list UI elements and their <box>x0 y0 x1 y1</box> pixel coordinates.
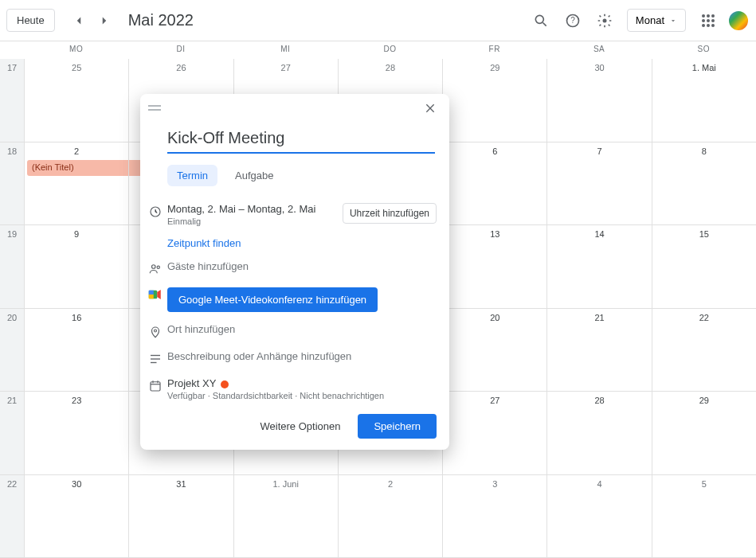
chevron-right-icon <box>97 14 112 28</box>
apps-grid-icon <box>702 14 715 27</box>
calendar-name[interactable]: Projekt XY <box>167 377 216 389</box>
day-cell[interactable]: 1. Mai <box>652 59 756 142</box>
description-input[interactable]: Beschreibung oder Anhänge hinzufügen <box>167 350 437 362</box>
add-meet-button[interactable]: Google Meet-Videokonferenz hinzufügen <box>167 287 378 312</box>
account-avatar[interactable] <box>727 10 750 32</box>
day-cell[interactable]: 1. Juni <box>233 475 338 558</box>
day-cell[interactable]: 22 <box>652 309 756 392</box>
day-cell[interactable]: 15 <box>652 225 756 308</box>
day-cell[interactable]: 31 <box>128 475 233 558</box>
day-cell[interactable]: 5 <box>652 475 756 558</box>
day-number: 13 <box>443 225 546 239</box>
location-icon <box>148 325 163 339</box>
day-cell[interactable]: 9 <box>24 225 128 308</box>
day-number: 2 <box>25 142 128 156</box>
clock-icon <box>148 205 163 219</box>
day-cell[interactable]: 30 <box>24 475 128 558</box>
day-cell[interactable]: 29 <box>652 392 756 474</box>
day-cell[interactable]: 29 <box>442 59 546 142</box>
today-button[interactable]: Heute <box>6 9 55 32</box>
day-cell[interactable]: 7 <box>546 142 651 225</box>
day-number: 29 <box>443 59 546 72</box>
day-cell[interactable]: 25 <box>24 59 128 142</box>
day-number: 28 <box>547 392 651 405</box>
week-number: 22 <box>0 475 24 558</box>
day-cell[interactable]: 23 <box>24 392 128 474</box>
view-selector[interactable]: Monat <box>627 9 686 32</box>
day-cell[interactable]: 20 <box>442 309 546 392</box>
gear-icon <box>597 13 613 29</box>
view-selector-label: Monat <box>636 14 664 26</box>
recurrence-label[interactable]: Einmalig <box>167 217 343 226</box>
day-cell[interactable]: 13 <box>442 225 546 308</box>
weekday-head: MI <box>233 41 338 59</box>
day-cell[interactable]: 6 <box>442 142 546 225</box>
day-cell[interactable]: 2 <box>338 475 442 558</box>
svg-point-9 <box>157 266 159 268</box>
svg-rect-17 <box>151 382 160 391</box>
day-number: 7 <box>547 142 651 156</box>
svg-point-13 <box>155 330 157 332</box>
day-number: 25 <box>25 59 128 72</box>
drag-handle[interactable] <box>148 104 161 112</box>
day-cell[interactable]: 27 <box>442 392 546 474</box>
week-number: 17 <box>0 59 24 142</box>
svg-point-8 <box>152 265 156 269</box>
close-icon <box>424 102 437 115</box>
location-input[interactable]: Ort hinzufügen <box>167 323 437 335</box>
meet-icon <box>148 289 163 300</box>
prev-period-button[interactable] <box>66 8 92 33</box>
tab-event[interactable]: Termin <box>167 165 217 186</box>
week-number: 19 <box>0 225 24 308</box>
more-options-button[interactable]: Weitere Optionen <box>253 414 349 439</box>
week-number: 21 <box>0 392 24 474</box>
guests-input[interactable]: Gäste hinzufügen <box>167 260 437 272</box>
day-number: 30 <box>547 59 651 72</box>
event-title-input[interactable] <box>167 126 435 154</box>
day-number: 30 <box>25 475 128 489</box>
weekday-head: DI <box>128 41 233 59</box>
save-button[interactable]: Speichern <box>358 414 437 439</box>
day-cell[interactable]: 4 <box>546 475 651 558</box>
day-cell[interactable]: 2(Kein Titel) <box>24 142 128 225</box>
weekday-head: DO <box>338 41 442 59</box>
day-number: 28 <box>339 59 442 72</box>
week-number: 20 <box>0 309 24 392</box>
day-cell[interactable]: 30 <box>546 59 651 142</box>
settings-button[interactable] <box>589 5 621 37</box>
day-number: 6 <box>443 142 546 156</box>
day-number: 31 <box>129 475 233 489</box>
tab-task[interactable]: Aufgabe <box>225 165 283 186</box>
weekday-head: SA <box>546 41 651 59</box>
day-cell[interactable]: 3 <box>442 475 546 558</box>
day-cell[interactable]: 8 <box>652 142 756 225</box>
search-button[interactable] <box>525 5 557 37</box>
next-period-button[interactable] <box>92 8 117 33</box>
day-number: 14 <box>547 225 651 239</box>
day-number: 1. Mai <box>652 59 756 72</box>
day-number: 27 <box>234 59 338 72</box>
close-button[interactable] <box>419 97 441 119</box>
day-number: 3 <box>443 475 546 489</box>
day-number: 26 <box>129 59 233 72</box>
day-cell[interactable]: 21 <box>546 309 651 392</box>
svg-rect-11 <box>149 291 154 295</box>
drag-handle-icon <box>148 104 161 112</box>
description-icon <box>148 352 163 366</box>
add-time-button[interactable]: Uhrzeit hinzufügen <box>343 203 437 224</box>
apps-button[interactable] <box>692 5 724 37</box>
app-header: Heute Mai 2022 ? Monat <box>0 0 756 41</box>
chevron-left-icon <box>72 14 86 28</box>
day-cell[interactable]: 28 <box>546 392 651 474</box>
calendar-color-dot <box>221 380 229 388</box>
svg-line-1 <box>543 22 546 25</box>
people-icon <box>148 262 163 276</box>
day-cell[interactable]: 16 <box>24 309 128 392</box>
event-date-range[interactable]: Montag, 2. Mai – Montag, 2. Mai <box>167 203 343 215</box>
day-number: 4 <box>547 475 651 489</box>
page-title: Mai 2022 <box>128 11 194 29</box>
day-cell[interactable]: 14 <box>546 225 651 308</box>
find-time-link[interactable]: Zeitpunkt finden <box>167 237 241 249</box>
help-button[interactable]: ? <box>557 5 589 37</box>
calendar-visibility[interactable]: Verfügbar · Standardsichtbarkeit · Nicht… <box>167 391 437 400</box>
